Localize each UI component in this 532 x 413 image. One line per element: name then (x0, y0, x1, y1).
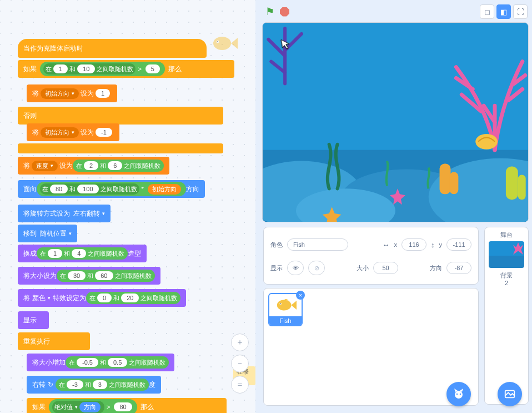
large-stage-button[interactable]: ◧ (496, 4, 511, 19)
stage-title: 舞台 (488, 231, 525, 239)
show-block[interactable]: 显示 (18, 311, 49, 329)
svg-point-16 (280, 303, 281, 305)
zoom-out-button[interactable]: － (231, 355, 249, 372)
green-flag-icon[interactable]: ⚑ (265, 6, 274, 18)
fullscreen-button[interactable]: ⛶ (513, 4, 528, 19)
set-effect-block[interactable]: 将 颜色 特效设定为 在 0 和 20 之间取随机数 (18, 289, 186, 307)
if-block[interactable]: 如果 绝对值 方向 > 80 那么 (27, 398, 227, 413)
backdrop-count: 2 (488, 280, 525, 286)
point-direction-block[interactable]: 面向 在 80 和 100 之间取随机数 * 初始方向 方向 (18, 180, 205, 198)
svg-point-2 (217, 41, 218, 42)
rand-operator[interactable]: 在 2 和 6 之间取随机数 (73, 160, 164, 172)
rand-b[interactable]: 10 (77, 64, 95, 73)
rand-operator[interactable]: 在 1 和 10 之间取随机数 (43, 63, 135, 74)
svg-rect-10 (449, 172, 458, 195)
turn-right-block[interactable]: 右转 ↻ 在 -3 和 3 之间取随机数 度 (27, 376, 161, 394)
delete-sprite-button[interactable]: × (296, 291, 305, 300)
if-block[interactable]: 如果 在 1 和 10 之间取随机数 > 5 那么 (18, 60, 234, 78)
xy-icon: ↔ (383, 241, 390, 249)
svg-rect-11 (506, 167, 518, 200)
set-var-block[interactable]: 将 初始方向 设为 1 (27, 84, 117, 102)
size-input[interactable]: 50 (373, 262, 398, 274)
sprite-name-input[interactable]: Fish (287, 238, 348, 251)
direction-input[interactable]: -87 (446, 262, 471, 274)
backdrop-label: 背景 (488, 271, 525, 280)
set-size-block[interactable]: 将大小设为 在 30 和 60 之间取随机数 (18, 267, 160, 285)
svg-rect-9 (440, 164, 451, 195)
value-input[interactable]: -1 (96, 128, 112, 137)
var-reporter[interactable]: 初始方向 (148, 184, 181, 195)
abs-operator[interactable]: 绝对值 方向 (52, 401, 104, 414)
effect-dropdown[interactable]: 颜色 (32, 293, 51, 303)
rand-operator[interactable]: 在 -0.5 和 0.5 之间取随机数 (66, 356, 169, 369)
sprite-item-fish[interactable]: × Fish (268, 293, 303, 326)
goto-block[interactable]: 移到 随机位置 (18, 225, 77, 242)
stop-icon[interactable] (280, 7, 289, 17)
gt-operator[interactable]: 绝对值 方向 > 80 (49, 399, 137, 414)
else-block[interactable]: 否则 (18, 107, 223, 125)
svg-point-17 (455, 391, 463, 399)
role-label: 角色 (270, 241, 283, 249)
sprite-item-label: Fish (269, 316, 302, 325)
rand-operator[interactable]: 在 30 和 60 之间取随机数 (57, 270, 155, 282)
var-dropdown[interactable]: 初始方向 (41, 127, 79, 138)
if-block-end[interactable] (18, 143, 223, 153)
rand-operator[interactable]: 在 0 和 20 之间取随机数 (86, 292, 180, 304)
set-var-block[interactable]: 将 速度 设为 在 2 和 6 之间取随机数 (18, 157, 169, 175)
svg-point-19 (460, 394, 461, 395)
add-backdrop-button[interactable] (498, 382, 522, 406)
sprite-list: × Fish (263, 288, 479, 406)
svg-point-18 (456, 394, 458, 395)
label: 当作为克隆体启动时 (23, 44, 83, 53)
svg-point-14 (277, 300, 292, 310)
mult-operator[interactable]: 在 80 和 100 之间取随机数 * 初始方向 (37, 182, 186, 196)
turn-icon: ↻ (48, 381, 53, 389)
label: 如果 (23, 64, 37, 74)
rand-operator[interactable]: 在 1 和 4 之间取随机数 (37, 247, 128, 260)
cmp-value[interactable]: 5 (145, 64, 160, 73)
fish-icon (274, 296, 297, 314)
var-dropdown[interactable]: 初始方向 (41, 88, 79, 99)
small-stage-button[interactable]: ◻ (480, 4, 494, 19)
stage-panel: 舞台 背景 2 (484, 227, 529, 405)
zoom-reset-button[interactable]: ＝ (231, 376, 249, 394)
rand-operator[interactable]: 在 80 和 100 之间取随机数 (40, 183, 139, 195)
rotation-dropdown[interactable]: 左右翻转 (73, 209, 105, 218)
hide-button[interactable]: ⊘ (308, 261, 325, 275)
change-size-block[interactable]: 将大小增加 在 -0.5 和 0.5 之间取随机数 (27, 354, 174, 371)
goto-dropdown[interactable]: 随机位置 (40, 229, 72, 238)
hat-when-start-as-clone[interactable]: 当作为克隆体启动时 (18, 39, 207, 58)
stage-thumbnail[interactable] (489, 241, 524, 268)
gt-operator[interactable]: 在 1 和 10 之间取随机数 > 5 (40, 62, 165, 76)
switch-costume-block[interactable]: 换成 在 1 和 4 之间取随机数 造型 (18, 245, 147, 262)
stage[interactable] (262, 22, 529, 222)
add-sprite-button[interactable] (446, 382, 471, 406)
forever-block[interactable]: 重复执行 (18, 332, 90, 350)
svg-rect-12 (518, 175, 526, 200)
label: 那么 (168, 64, 182, 74)
zoom-in-button[interactable]: ＋ (231, 334, 249, 351)
svg-point-0 (213, 37, 231, 50)
set-var-block[interactable]: 将 初始方向 设为 -1 (27, 123, 119, 141)
set-rotation-block[interactable]: 将旋转方式设为 左右翻转 (18, 205, 111, 222)
show-button[interactable]: 👁 (287, 261, 304, 275)
rand-operator[interactable]: 在 -3 和 3 之间取随机数 (56, 379, 149, 391)
sprite-properties-panel: 角色 Fish ↔ x 116 ↕ y -111 显示 👁 ⊘ 大小 50 方向… (263, 227, 479, 285)
rand-a[interactable]: 1 (53, 64, 68, 73)
var-dropdown[interactable]: 速度 (32, 161, 58, 171)
underwater-backdrop (263, 23, 528, 222)
value-input[interactable]: 1 (96, 89, 110, 98)
sprite-ghost-icon (210, 33, 238, 53)
code-editor[interactable]: 当作为克隆体启动时 如果 在 1 和 10 之间取随机数 > 5 那么 将 初始… (0, 0, 255, 413)
x-input[interactable]: 116 (401, 238, 426, 251)
y-input[interactable]: -111 (446, 238, 471, 251)
xy-icon: ↕ (431, 241, 435, 249)
